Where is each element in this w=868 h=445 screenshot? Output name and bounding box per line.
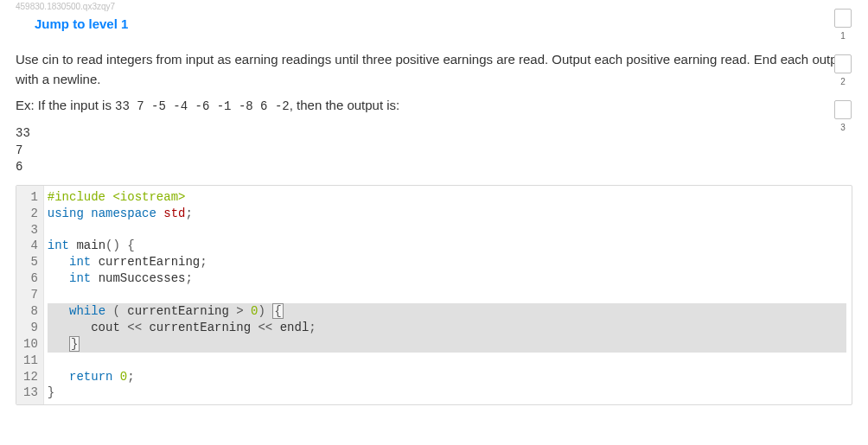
step-box-1[interactable] [834, 9, 852, 28]
line-number-gutter: 1 2 3 4 5 6 7 8 9 10 11 12 13 [16, 186, 44, 405]
example-prefix: Ex: If the input is [16, 98, 115, 112]
step-box-3[interactable] [834, 100, 852, 119]
code-line[interactable]: } [48, 385, 846, 401]
example-input: 33 7 -5 -4 -6 -1 -8 6 -2 [115, 99, 290, 113]
page-root: { "ref_id": "459830.1830500.qx3zqy7", "j… [0, 0, 868, 445]
step-sidebar: 123 [831, 9, 855, 143]
code-line[interactable]: } [48, 336, 846, 353]
step-number: 2 [840, 77, 846, 86]
code-line[interactable]: while ( currentEarning > 0) { [48, 303, 846, 320]
code-editor[interactable]: 1 2 3 4 5 6 7 8 9 10 11 12 13 #include <… [16, 185, 852, 406]
code-line[interactable]: int main() { [48, 238, 846, 254]
code-line[interactable]: #include <iostream> [48, 189, 846, 206]
expected-output: 33 7 6 [16, 125, 852, 176]
jump-to-level-link[interactable]: Jump to level 1 [35, 16, 128, 31]
problem-paragraph: Use cin to read integers from input as e… [16, 50, 852, 89]
editor-body: 1 2 3 4 5 6 7 8 9 10 11 12 13 #include <… [16, 186, 852, 405]
code-line[interactable]: return 0; [48, 369, 846, 385]
code-line[interactable]: int numSuccesses; [48, 270, 846, 287]
example-line: Ex: If the input is 33 7 -5 -4 -6 -1 -8 … [16, 98, 852, 113]
example-suffix: , then the output is: [290, 98, 400, 112]
code-line[interactable]: using namespace std; [48, 206, 846, 222]
step-number: 1 [840, 31, 846, 41]
code-line[interactable]: int currentEarning; [48, 254, 846, 270]
step-box-2[interactable] [834, 54, 852, 73]
code-line[interactable] [48, 222, 846, 238]
code-content[interactable]: #include <iostream>using namespace std; … [44, 186, 852, 405]
code-line[interactable]: cout << currentEarning << endl; [48, 320, 846, 336]
code-line[interactable] [48, 353, 846, 369]
step-number: 3 [840, 123, 846, 132]
code-line[interactable] [48, 287, 846, 303]
reference-id: 459830.1830500.qx3zqy7 [16, 2, 852, 11]
